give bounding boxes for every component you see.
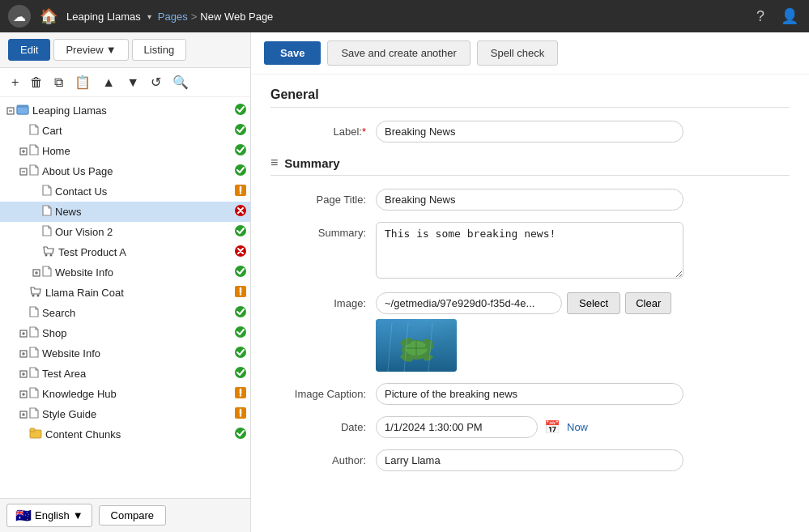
summary-textarea[interactable]: This is some breaking news! [376,222,683,279]
action-bar: Save Save and create another Spell check [251,32,809,74]
move-down-button[interactable]: ▼ [123,74,143,92]
delete-button[interactable]: 🗑 [27,74,46,92]
svg-point-45 [240,394,241,396]
tree-label-about-us: About Us Page [42,165,231,177]
tree-status-content-chunks [234,427,247,442]
tree-icon-contact-us [42,185,52,198]
tree-toggle-style-guide[interactable] [18,411,29,419]
move-up-button[interactable]: ▲ [99,74,118,92]
tab-edit[interactable]: Edit [8,39,50,61]
tree-item-contact-us[interactable]: Contact Us [0,181,250,202]
tree-status-our-vision [234,224,247,240]
copy-button[interactable]: ⧉ [51,74,66,92]
language-bar: 🇦🇺 English ▼ Compare [0,498,250,532]
date-input[interactable] [376,416,538,438]
tree-toggle-about-us[interactable] [18,168,29,176]
top-nav: ☁ 🏠 Leaping Llamas ▾ Pages > New Web Pag… [0,0,809,32]
tree-label-contact-us: Contact Us [55,185,231,198]
tree-status-cart [234,123,247,138]
caption-row: Image Caption: [270,383,790,405]
add-button[interactable]: + [8,74,22,92]
tree-label-search: Search [42,307,231,319]
tree-item-llama-raincoat[interactable]: Llama Rain Coat [0,283,250,303]
tree-item-website-info-sub[interactable]: Website Info [0,262,250,283]
tree-status-home [234,143,247,159]
tree-item-our-vision[interactable]: Our Vision 2 [0,222,250,242]
author-input[interactable] [376,449,683,471]
tree-label-website-info: Website Info [42,347,231,360]
svg-rect-52 [30,428,35,432]
tree-label-website-info-sub: Website Info [55,266,231,279]
tree-toggle-leaping-llamas[interactable] [5,107,16,115]
now-link[interactable]: Now [567,421,588,433]
calendar-icon[interactable]: 📅 [544,419,560,435]
language-selector[interactable]: 🇦🇺 English ▼ [6,504,92,527]
image-row: Image: Select Clear [270,292,790,372]
right-panel: Save Save and create another Spell check… [251,32,809,532]
tree-item-about-us[interactable]: About Us Page [0,161,250,181]
tree-status-llama-raincoat [234,285,247,300]
tree-label-news: News [55,206,231,218]
tree-item-test-area[interactable]: Test Area [0,364,250,384]
tree-label-test-area: Test Area [42,368,231,380]
tree-status-about-us [234,164,247,179]
label-row: Label:* [270,121,790,143]
tree-toggle-knowledge-hub[interactable] [18,390,29,398]
summary-row: Summary: This is some breaking news! [270,222,790,281]
tree-toggle-website-info-sub[interactable] [31,269,42,277]
refresh-button[interactable]: ↺ [147,73,164,92]
page-title-input[interactable] [376,189,683,211]
tree-item-style-guide[interactable]: Style Guide [0,404,250,424]
home-icon[interactable]: 🏠 [37,5,60,28]
tree-item-cart[interactable]: Cart [0,121,250,141]
caption-input[interactable] [376,383,683,405]
tree-label-our-vision: Our Vision 2 [55,226,231,238]
language-arrow-icon: ▼ [73,509,83,521]
tree-toggle-test-area[interactable] [18,370,29,378]
compare-button[interactable]: Compare [99,505,166,526]
tree-item-website-info[interactable]: Website Info [0,343,250,364]
app-icon: ☁ [8,5,31,28]
tree-item-news[interactable]: News [0,202,250,222]
tree-toggle-website-info[interactable] [18,350,29,358]
svg-point-24 [32,295,35,297]
tree-icon-news [42,205,52,219]
tree-item-knowledge-hub[interactable]: Knowledge Hub [0,384,250,404]
preview-image-svg [376,319,457,372]
caption-control [376,383,683,405]
search-button[interactable]: 🔍 [169,73,192,92]
tree-item-test-product-a[interactable]: Test Product A [0,242,250,262]
summary-section: ≡ Summary Page Title: Summary: This is s… [270,155,790,471]
tree-item-shop[interactable]: Shop [0,323,250,343]
tree-item-search[interactable]: Search [0,303,250,323]
tree-status-test-product-a [234,245,247,260]
tree-item-leaping-llamas[interactable]: Leaping Llamas [0,100,250,121]
label-input[interactable] [376,121,683,143]
paste-button[interactable]: 📋 [71,73,94,92]
image-select-button[interactable]: Select [567,292,620,314]
save-and-create-button[interactable]: Save and create another [327,40,470,66]
tree-label-leaping-llamas: Leaping Llamas [32,104,231,117]
tab-preview[interactable]: Preview ▼ [53,39,128,61]
image-clear-button[interactable]: Clear [625,292,671,314]
tree-item-home[interactable]: Home [0,141,250,161]
date-control: 📅 Now [376,416,683,438]
user-icon[interactable]: 👤 [778,5,801,28]
help-icon[interactable]: ? [749,5,772,28]
tab-listing[interactable]: Listing [132,39,187,61]
tree-label-content-chunks: Content Chunks [45,428,231,440]
brand-dropdown-arrow[interactable]: ▾ [147,12,151,21]
breadcrumb-parent[interactable]: Pages [158,11,188,23]
spell-check-button[interactable]: Spell check [477,40,558,66]
svg-point-25 [37,295,40,297]
tree-item-content-chunks[interactable]: Content Chunks [0,424,250,445]
tree-toggle-home[interactable] [18,147,29,155]
tree-icon-leaping-llamas [16,103,29,118]
breadcrumb-current: New Web Page [200,11,273,23]
save-button[interactable]: Save [264,41,321,65]
tree-icon-our-vision [42,225,52,239]
image-path-input[interactable] [376,292,562,314]
tree-area: Leaping LlamasCartHomeAbout Us PageConta… [0,97,250,498]
tree-toggle-shop[interactable] [18,330,29,338]
tree-icon-style-guide [29,407,39,421]
